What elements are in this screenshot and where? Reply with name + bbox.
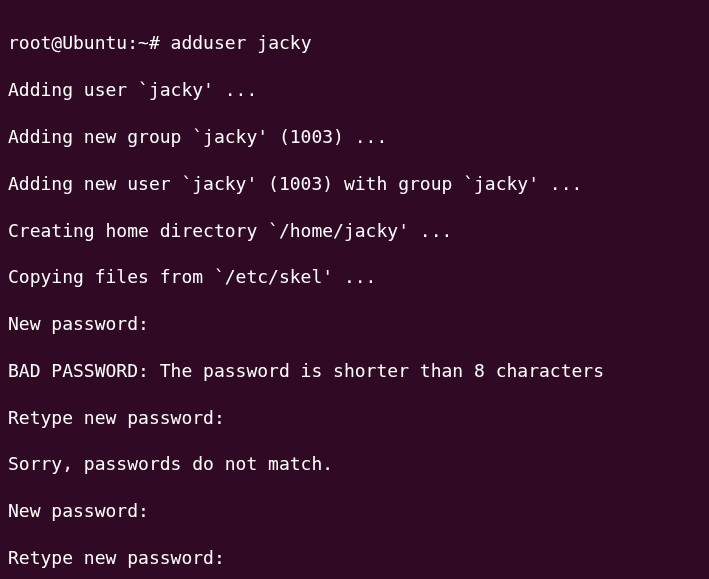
prompt-path: ~ [138,32,149,53]
output-line: Retype new password: [8,406,701,429]
output-line: Retype new password: [8,546,701,569]
command-text: adduser jacky [171,32,312,53]
output-line: BAD PASSWORD: The password is shorter th… [8,359,701,382]
output-line: Adding user `jacky' ... [8,78,701,101]
output-line: Adding new group `jacky' (1003) ... [8,125,701,148]
terminal-window[interactable]: root@Ubuntu:~# adduser jacky Adding user… [8,8,701,579]
output-line: Copying files from `/etc/skel' ... [8,265,701,288]
output-line: New password: [8,499,701,522]
output-line: Sorry, passwords do not match. [8,452,701,475]
prompt-user-host: root@Ubuntu [8,32,127,53]
prompt-symbol: # [149,32,160,53]
prompt-line-1: root@Ubuntu:~# adduser jacky [8,31,701,54]
output-line: Creating home directory `/home/jacky' ..… [8,219,701,242]
output-line: Adding new user `jacky' (1003) with grou… [8,172,701,195]
output-line: New password: [8,312,701,335]
